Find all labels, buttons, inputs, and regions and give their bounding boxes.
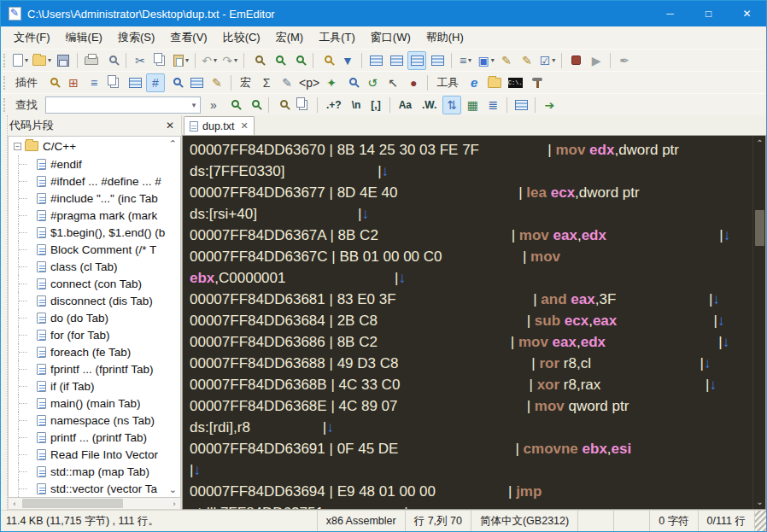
plugin-snippets-button[interactable] xyxy=(44,73,62,92)
macro-select-button[interactable]: ↖ xyxy=(384,73,402,92)
quick-macro-button[interactable]: ✎ xyxy=(497,51,516,70)
pin-button[interactable]: ✒ xyxy=(615,51,634,70)
find-next-button[interactable] xyxy=(290,51,308,70)
cut-button[interactable]: ✂ xyxy=(131,51,149,70)
menu-item-2[interactable]: 编辑(E) xyxy=(58,26,110,49)
panel-drag-grip[interactable] xyxy=(1,115,8,510)
vscroll-down-icon[interactable]: ⌄ xyxy=(753,497,766,506)
snippets-hscrollbar[interactable]: ‹ › xyxy=(8,498,181,510)
whole-word-button[interactable]: .W. xyxy=(417,96,442,114)
menu-item-4[interactable]: 查看(V) xyxy=(162,26,214,49)
dropdown-arrow-icon[interactable]: ▾ xyxy=(48,56,51,64)
menu-item-7[interactable]: 工具(T) xyxy=(311,26,363,49)
minimize-button[interactable]: ─ xyxy=(651,1,689,26)
maximize-button[interactable]: □ xyxy=(689,1,728,26)
menu-item-5[interactable]: 比较(C) xyxy=(215,26,268,49)
menu-item-3[interactable]: 搜索(S) xyxy=(110,26,162,49)
redo-button[interactable]: ↷▾ xyxy=(220,51,239,70)
wrap-page-button[interactable] xyxy=(407,51,426,70)
vscroll-thumb[interactable] xyxy=(755,210,764,246)
plugin-paste-html-button[interactable] xyxy=(105,73,124,92)
snippet-item[interactable]: #endif xyxy=(9,155,180,172)
escape-seq-button[interactable]: \n xyxy=(347,96,366,114)
find-text-input[interactable] xyxy=(46,98,188,112)
selected-lines[interactable]: 0/111 行 xyxy=(698,511,754,531)
tool-build-button[interactable] xyxy=(526,73,545,92)
regex-button[interactable]: .+? xyxy=(321,96,347,114)
snippet-item[interactable]: Read File Into Vector xyxy=(9,446,180,463)
macro-colorful-button[interactable]: ✦ xyxy=(322,73,341,92)
dropdown-arrow-icon[interactable]: ▾ xyxy=(552,56,555,64)
dropdown-arrow-icon[interactable]: ▾ xyxy=(214,56,217,64)
run-macro-button[interactable]: ▶ xyxy=(587,51,606,70)
hscroll-right-icon[interactable]: › xyxy=(168,500,180,508)
tree-scroll-up-icon[interactable]: ⌃ xyxy=(169,138,177,149)
snippet-item[interactable]: Block Comment (/* T xyxy=(9,241,180,258)
snippet-item[interactable]: main() (main Tab) xyxy=(9,395,180,412)
edit-snippet-button[interactable]: ✎ xyxy=(518,51,536,70)
plugin-projects-button[interactable] xyxy=(187,73,206,92)
snippet-item[interactable]: connect (con Tab) xyxy=(9,275,180,292)
edit-mode-button[interactable] xyxy=(428,51,447,70)
snippet-item[interactable]: printf ... (printf Tab) xyxy=(9,429,180,446)
plugin-open-documents-button[interactable] xyxy=(126,73,144,92)
snippet-item[interactable]: #pragma mark (mark xyxy=(9,207,180,224)
bookmark-button[interactable]: ▣▾ xyxy=(477,51,495,70)
vscroll-up-icon[interactable]: ⌃ xyxy=(753,138,766,148)
toolbar-grip[interactable] xyxy=(3,76,6,90)
selected-chars[interactable]: 0 字符 xyxy=(649,511,697,531)
snippet-item[interactable]: #ifndef ... #define ... # xyxy=(9,172,180,190)
macro-edit-button[interactable]: ✎ xyxy=(278,73,296,92)
toolbar-grip[interactable] xyxy=(3,98,6,112)
tool-command-prompt-button[interactable]: C:\. xyxy=(506,73,524,92)
number-range-button[interactable]: [,] xyxy=(366,96,385,114)
copy-highlighted-button[interactable] xyxy=(294,96,313,114)
find-previous-button[interactable] xyxy=(269,51,288,70)
collapse-icon[interactable]: − xyxy=(14,143,21,150)
tool-explorer-button[interactable] xyxy=(485,73,504,92)
menu-item-8[interactable]: 窗口(W) xyxy=(363,26,419,49)
plugin-word-count-button[interactable]: ✎ xyxy=(208,73,226,92)
find-in-files-button[interactable] xyxy=(318,51,337,70)
wrap-none-button[interactable] xyxy=(366,51,385,70)
menu-item-1[interactable]: 文件(F) xyxy=(6,26,58,49)
snippets-tree[interactable]: −C/C++#endif#ifndef ... #define ... ##in… xyxy=(8,136,181,498)
screen-button[interactable] xyxy=(512,96,530,114)
menu-item-9[interactable]: 帮助(H) xyxy=(419,26,471,49)
find-input[interactable]: ▾ xyxy=(45,96,201,114)
macro-html-tag-button[interactable]: <p> xyxy=(298,73,320,92)
macro-record-doc-button[interactable]: ● xyxy=(404,73,423,92)
snippet-item[interactable]: std::vector (vector Ta xyxy=(9,480,180,497)
tab-close-icon[interactable]: ✕ xyxy=(241,120,249,132)
snippet-item[interactable]: $1.begin(), $1.end() (b xyxy=(9,224,180,241)
macro-sum-button[interactable]: Σ xyxy=(257,73,276,92)
menu-item-6[interactable]: 宏(M) xyxy=(268,26,312,49)
dropdown-arrow-icon[interactable]: ▾ xyxy=(234,56,237,64)
snippet-item[interactable]: disconnect (dis Tab) xyxy=(9,292,180,309)
search-linked-button[interactable]: ⇅ xyxy=(442,96,461,114)
snippet-item[interactable]: if (if Tab) xyxy=(9,377,180,395)
search-down-button[interactable] xyxy=(245,96,264,114)
wrap-window-button[interactable] xyxy=(387,51,406,70)
undo-button[interactable]: ↶▾ xyxy=(200,51,219,70)
tab-dup-txt[interactable]: dup.txt ✕ xyxy=(184,116,255,135)
editor-area[interactable]: 00007FF84DD63670 | 8B 14 25 30 03 FE 7F … xyxy=(183,136,752,509)
dropdown-arrow-icon[interactable]: ▾ xyxy=(491,56,495,64)
zoom-button[interactable] xyxy=(249,51,267,70)
empty-cell-2[interactable] xyxy=(613,511,649,531)
plugin-html-char-button[interactable]: ⊞ xyxy=(64,73,83,92)
tool-browser-button[interactable]: e xyxy=(465,73,483,92)
plugin-outline-text-button[interactable]: ≡ xyxy=(85,73,103,92)
record-macro-button[interactable] xyxy=(566,51,585,70)
match-case-button[interactable]: Aa xyxy=(394,96,417,114)
go-button[interactable]: ➔ xyxy=(540,96,559,114)
encoding[interactable]: 简体中文(GB2312) xyxy=(471,511,577,531)
toolbar-grip[interactable] xyxy=(3,54,6,67)
new-button[interactable]: ▾ xyxy=(11,51,30,70)
dropdown-arrow-icon[interactable]: ▾ xyxy=(25,56,28,64)
filter-button[interactable]: ▼ xyxy=(338,51,357,70)
editor-vscrollbar[interactable]: ⌃ ⌄ xyxy=(752,136,765,509)
snippet-item[interactable]: #include "..." (inc Tab xyxy=(9,190,180,207)
highlight-search-button[interactable] xyxy=(273,96,292,114)
tree-root-cpp[interactable]: −C/C++ xyxy=(9,137,180,155)
